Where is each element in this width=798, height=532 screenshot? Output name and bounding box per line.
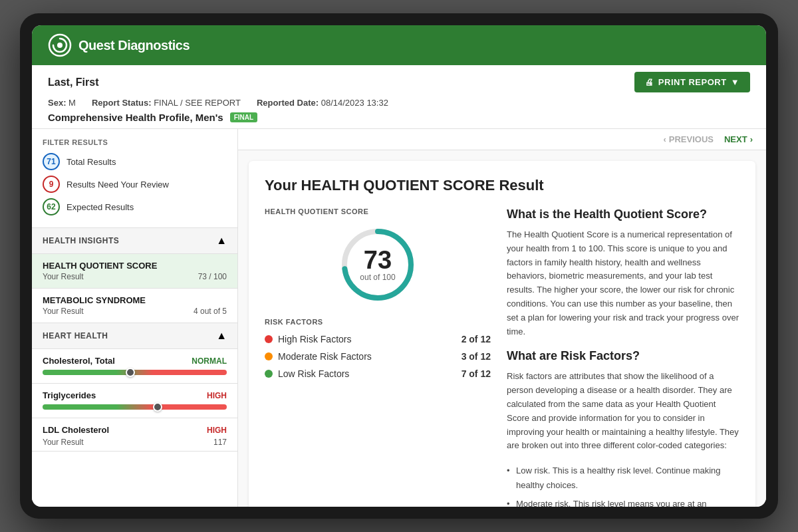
sidebar-item-ldl[interactable]: LDL Cholesterol HIGH Your Result 117 — [32, 418, 237, 452]
sidebar-item-triglycerides[interactable]: Triglycerides HIGH — [32, 384, 237, 418]
chevron-left-icon: ‹ — [663, 134, 666, 144]
sidebar-item-metabolic[interactable]: METABOLIC SYNDROME Your Result 4 out of … — [32, 289, 237, 323]
filter-expected-results[interactable]: 62 Expected Results — [43, 198, 227, 215]
filter-section: FILTER RESULTS 71 Total Results 9 Result… — [32, 129, 237, 228]
sex-field: Sex: M — [48, 98, 76, 108]
bullet-moderate-risk: Moderate risk. This risk level means you… — [507, 497, 739, 507]
triglycerides-status: HIGH — [207, 391, 227, 400]
expected-results-badge: 62 — [43, 198, 60, 215]
heart-health-header[interactable]: HEART HEALTH ▲ — [32, 323, 237, 349]
main-content: FILTER RESULTS 71 Total Results 9 Result… — [32, 129, 766, 507]
cholesterol-indicator — [126, 368, 135, 377]
report-status-field: Report Status: FINAL / SEE REPORT — [92, 98, 241, 108]
filter-needs-review[interactable]: 9 Results Need Your Review — [43, 176, 227, 193]
insights-chevron-icon: ▲ — [216, 235, 227, 247]
info-text-1: The Health Quotient Score is a numerical… — [507, 228, 739, 338]
moderate-risk-count: 3 of 12 — [462, 351, 491, 362]
final-badge: FINAL — [230, 112, 257, 122]
risk-item-low: Low Risk Factors 7 of 12 — [265, 368, 491, 379]
app-header: Quest Diagnostics — [32, 25, 766, 65]
sidebar: FILTER RESULTS 71 Total Results 9 Result… — [32, 129, 238, 507]
content-title: Your HEALTH QUOTIENT SCORE Result — [265, 177, 739, 194]
logo-text: Quest Diagnostics — [78, 38, 190, 53]
ldl-status: HIGH — [207, 426, 227, 435]
risk-factors-title: RISK FACTORS — [265, 318, 491, 326]
next-button[interactable]: NEXT › — [724, 134, 753, 144]
low-risk-dot — [265, 370, 273, 378]
triglycerides-indicator — [153, 402, 162, 412]
cholesterol-progress-bar — [43, 370, 227, 375]
hq-score-title: HEALTH QUOTIENT SCORE — [43, 261, 227, 271]
printer-icon: 🖨 — [645, 77, 654, 87]
device-frame: Quest Diagnostics Last, First 🖨 PRINT RE… — [20, 13, 778, 519]
triglycerides-label: Triglycerides — [43, 390, 96, 400]
nav-bar: ‹ PREVIOUS NEXT › — [238, 129, 766, 150]
previous-button[interactable]: ‹ PREVIOUS — [663, 134, 714, 144]
score-out-of: out of 100 — [360, 273, 395, 282]
patient-meta: Sex: M Report Status: FINAL / SEE REPORT… — [48, 98, 750, 108]
content-grid: HEALTH QUOTIENT SCORE 73 — [265, 207, 739, 507]
filter-total-results[interactable]: 71 Total Results — [43, 153, 227, 170]
risk-item-moderate: Moderate Risk Factors 3 of 12 — [265, 351, 491, 362]
moderate-risk-dot — [265, 352, 273, 360]
screen: Quest Diagnostics Last, First 🖨 PRINT RE… — [32, 25, 766, 507]
info-title-2: What are Risk Factors? — [507, 349, 739, 363]
high-risk-count: 2 of 12 — [462, 334, 491, 344]
triglycerides-progress-bar — [43, 404, 227, 410]
chevron-down-icon: ▼ — [731, 77, 739, 87]
needs-review-badge: 9 — [43, 176, 60, 193]
heart-chevron-icon: ▲ — [216, 330, 227, 342]
bullet-low-risk: Low risk. This is a healthy risk level. … — [507, 464, 739, 493]
score-section-label: HEALTH QUOTIENT SCORE — [265, 207, 491, 215]
score-number: 73 — [360, 247, 395, 273]
risk-item-high: High Risk Factors 2 of 12 — [265, 334, 491, 344]
svg-point-1 — [57, 43, 63, 48]
report-title: Comprehensive Health Profile, Men's — [48, 112, 223, 123]
right-column: What is the Health Quotient Score? The H… — [507, 207, 739, 507]
ldl-label: LDL Cholesterol — [43, 425, 109, 435]
risk-bullets: Low risk. This is a healthy risk level. … — [507, 464, 739, 507]
logo-area: Quest Diagnostics — [48, 33, 190, 57]
hq-score-sub: Your Result 73 / 100 — [43, 272, 227, 281]
health-insights-header[interactable]: HEALTH INSIGHTS ▲ — [32, 228, 237, 254]
chevron-right-icon: › — [750, 134, 753, 144]
left-column: HEALTH QUOTIENT SCORE 73 — [265, 207, 491, 507]
print-report-button[interactable]: 🖨 PRINT REPORT ▼ — [634, 72, 750, 92]
content-card: Your HEALTH QUOTIENT SCORE Result HEALTH… — [249, 161, 755, 507]
low-risk-count: 7 of 12 — [462, 368, 491, 379]
health-insights-title: HEALTH INSIGHTS — [43, 236, 119, 245]
total-results-badge: 71 — [43, 153, 60, 170]
score-circle: 73 out of 100 — [338, 225, 418, 305]
reported-date-field: Reported Date: 08/14/2023 13:32 — [257, 98, 388, 108]
sidebar-item-cholesterol[interactable]: Cholesterol, Total NORMAL — [32, 349, 237, 384]
filter-title: FILTER RESULTS — [43, 138, 227, 146]
heart-health-title: HEART HEALTH — [43, 331, 108, 340]
main-panel: ‹ PREVIOUS NEXT › Your HEALTH QUOTIENT S… — [238, 129, 766, 507]
score-circle-wrapper: 73 out of 100 — [265, 225, 491, 305]
report-title-bar: Comprehensive Health Profile, Men's FINA… — [48, 112, 750, 128]
patient-name: Last, First — [48, 76, 98, 88]
info-text-2: Risk factors are attributes that show th… — [507, 370, 739, 453]
high-risk-dot — [265, 335, 273, 343]
sidebar-item-hq-score[interactable]: HEALTH QUOTIENT SCORE Your Result 73 / 1… — [32, 254, 237, 289]
score-text: 73 out of 100 — [360, 247, 395, 282]
quest-logo-icon — [48, 33, 72, 57]
cholesterol-status: NORMAL — [192, 356, 227, 366]
info-title-1: What is the Health Quotient Score? — [507, 207, 739, 221]
patient-bar: Last, First 🖨 PRINT REPORT ▼ Sex: M Repo… — [32, 65, 766, 129]
print-button-label: PRINT REPORT — [658, 77, 727, 87]
cholesterol-label: Cholesterol, Total — [43, 356, 115, 366]
